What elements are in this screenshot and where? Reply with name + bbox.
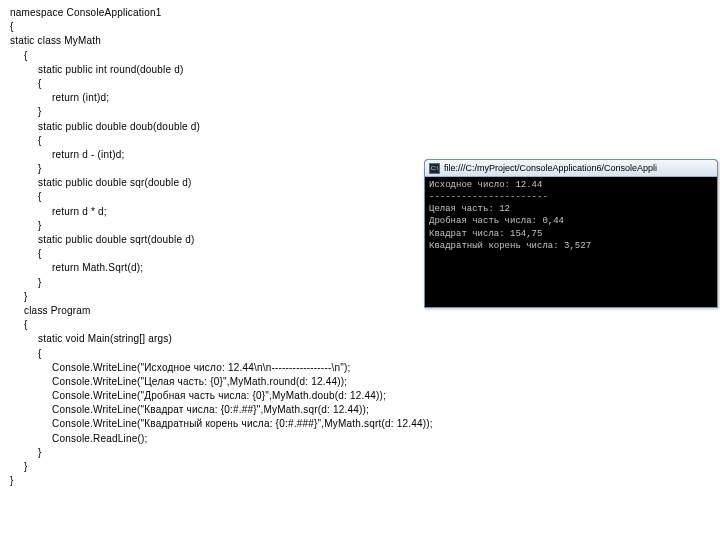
console-line: Целая часть: 12	[429, 203, 713, 215]
code-line: static public double doub(double d)	[10, 120, 710, 134]
console-line: ----------------------	[429, 191, 713, 203]
code-line: }	[10, 446, 710, 460]
code-line: static class MyMath	[10, 34, 710, 48]
code-line: namespace ConsoleApplication1	[10, 6, 710, 20]
code-line: return (int)d;	[10, 91, 710, 105]
console-titlebar: C:\ file:///C:/myProject/ConsoleApplicat…	[425, 160, 717, 177]
code-line: {	[10, 318, 710, 332]
code-line: {	[10, 77, 710, 91]
code-line: }	[10, 105, 710, 119]
code-line: {	[10, 49, 710, 63]
cmd-icon: C:\	[429, 163, 440, 174]
code-line: {	[10, 347, 710, 361]
code-line: {	[10, 20, 710, 34]
code-line: Console.WriteLine("Исходное число: 12.44…	[10, 361, 710, 375]
code-line: {	[10, 134, 710, 148]
console-line: Квадрат числа: 154,75	[429, 228, 713, 240]
code-line: }	[10, 460, 710, 474]
console-line: Исходное число: 12.44	[429, 179, 713, 191]
code-line: Console.WriteLine("Целая часть: {0}",MyM…	[10, 375, 710, 389]
console-line: Дробная часть числа: 0,44	[429, 215, 713, 227]
console-line: Квадратный корень числа: 3,527	[429, 240, 713, 252]
code-line: Console.WriteLine("Квадратный корень чис…	[10, 417, 710, 431]
console-title: file:///C:/myProject/ConsoleApplication6…	[444, 162, 657, 175]
code-line: Console.ReadLine();	[10, 432, 710, 446]
console-output: Исходное число: 12.44-------------------…	[425, 177, 717, 307]
code-line: }	[10, 474, 710, 488]
code-line: static void Main(string[] args)	[10, 332, 710, 346]
code-line: Console.WriteLine("Квадрат числа: {0:#.#…	[10, 403, 710, 417]
code-line: Console.WriteLine("Дробная часть числа: …	[10, 389, 710, 403]
console-window: C:\ file:///C:/myProject/ConsoleApplicat…	[424, 159, 718, 308]
code-line: static public int round(double d)	[10, 63, 710, 77]
